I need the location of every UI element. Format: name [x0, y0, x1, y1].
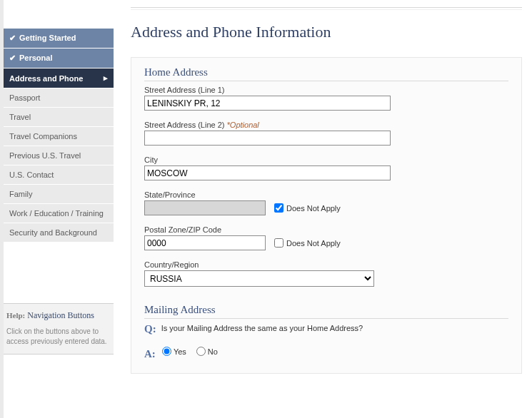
state-dna-label: Does Not Apply: [286, 204, 341, 213]
mailing-yes-radio[interactable]: [162, 347, 171, 356]
field-city: City: [144, 156, 508, 180]
section-title-mailing-address: Mailing Address: [144, 304, 508, 319]
help-title-prefix: Help:: [6, 311, 25, 320]
mailing-answer-row: A: Yes No: [144, 347, 508, 360]
sidebar-item-passport[interactable]: Passport: [4, 88, 114, 108]
field-label: Country/Region: [144, 260, 508, 269]
sidebar-item-getting-started[interactable]: ✔Getting Started: [4, 29, 114, 49]
check-icon: ✔: [9, 53, 16, 62]
postal-dna-checkbox[interactable]: [274, 238, 283, 248]
field-label: Street Address (Line 2) *Optional: [144, 121, 508, 129]
main-content: Address and Phone Information Home Addre…: [131, 0, 532, 418]
mailing-no-radio[interactable]: [196, 347, 206, 356]
mailing-yes-label: Yes: [174, 347, 186, 356]
sidebar-item-label: U.S. Contact: [9, 170, 54, 179]
sidebar-item-label: Security and Background: [9, 228, 97, 237]
mailing-yes-option[interactable]: Yes: [162, 347, 186, 356]
field-label: State/Province: [144, 190, 508, 199]
state-input: [144, 200, 266, 215]
sidebar-item-label: Travel: [9, 113, 31, 121]
help-text: Click on the buttons above to access pre…: [6, 327, 111, 347]
page-title: Address and Phone Information: [131, 23, 522, 41]
chevron-right-icon: ▸: [104, 73, 108, 83]
street1-input[interactable]: [144, 96, 391, 111]
help-box: Help: Navigation Buttons Click on the bu…: [4, 303, 114, 355]
field-country: Country/Region RUSSIA: [144, 260, 508, 287]
field-street1: Street Address (Line 1): [144, 86, 508, 111]
mailing-radio-group: Yes No: [162, 347, 218, 356]
city-input[interactable]: [144, 165, 391, 180]
help-title-text: Navigation Buttons: [27, 310, 94, 320]
mailing-no-option[interactable]: No: [196, 347, 218, 356]
country-select[interactable]: RUSSIA: [144, 270, 374, 287]
column-spacer: [114, 0, 131, 418]
sidebar-item-family[interactable]: Family: [4, 185, 114, 204]
question-text: Is your Mailing Address the same as your…: [161, 324, 363, 332]
optional-marker: *Optional: [227, 121, 259, 129]
field-label: Street Address (Line 1): [144, 86, 508, 94]
answer-prefix: A:: [144, 348, 156, 360]
mailing-no-label: No: [208, 347, 218, 356]
field-label: City: [144, 156, 508, 164]
check-icon: ✔: [9, 34, 16, 42]
sidebar-item-label: Passport: [9, 93, 40, 102]
sidebar-item-label: Work / Education / Training: [9, 209, 104, 218]
field-street2: Street Address (Line 2) *Optional: [144, 121, 508, 146]
sidebar-item-work-education-training[interactable]: Work / Education / Training: [4, 204, 114, 223]
section-title-home-address: Home Address: [144, 66, 508, 81]
sidebar-item-label: Previous U.S. Travel: [9, 151, 81, 160]
postal-dna-wrap[interactable]: Does Not Apply: [274, 238, 341, 248]
field-postal: Postal Zone/ZIP Code Does Not Apply: [144, 225, 508, 250]
sidebar-item-travel[interactable]: Travel: [4, 108, 114, 127]
help-title: Help: Navigation Buttons: [6, 307, 111, 327]
sidebar-item-label: Getting Started: [19, 34, 76, 42]
sidebar: ✔Getting Started ✔Personal Address and P…: [4, 0, 114, 418]
form-panel: Home Address Street Address (Line 1) Str…: [131, 57, 522, 374]
mailing-question-row: Q: Is your Mailing Address the same as y…: [144, 323, 508, 335]
sidebar-item-personal[interactable]: ✔Personal: [4, 49, 114, 68]
street2-input[interactable]: [144, 131, 391, 146]
field-label-text: Street Address (Line 2): [144, 121, 227, 129]
state-dna-checkbox[interactable]: [274, 203, 283, 213]
sidebar-item-address-and-phone[interactable]: Address and Phone ▸: [4, 68, 114, 88]
sidebar-item-label: Family: [9, 190, 32, 198]
sidebar-item-label: Address and Phone: [9, 74, 83, 83]
sidebar-item-previous-us-travel[interactable]: Previous U.S. Travel: [4, 146, 114, 165]
sidebar-item-travel-companions[interactable]: Travel Companions: [4, 127, 114, 146]
field-label: Postal Zone/ZIP Code: [144, 225, 508, 234]
state-dna-wrap[interactable]: Does Not Apply: [274, 203, 341, 213]
sidebar-item-security-and-background[interactable]: Security and Background: [4, 223, 114, 243]
postal-input[interactable]: [144, 235, 266, 250]
sidebar-item-us-contact[interactable]: U.S. Contact: [4, 165, 114, 185]
top-divider: [131, 7, 522, 10]
sidebar-item-label: Travel Companions: [9, 132, 77, 141]
question-prefix: Q:: [144, 323, 156, 335]
sidebar-item-label: Personal: [19, 53, 52, 62]
postal-dna-label: Does Not Apply: [286, 239, 341, 248]
field-state: State/Province Does Not Apply: [144, 190, 508, 215]
